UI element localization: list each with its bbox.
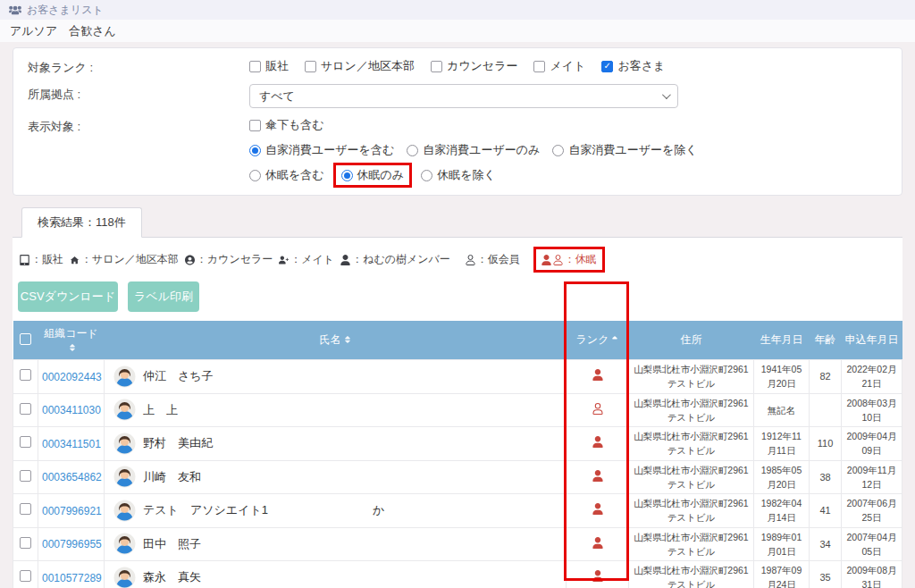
red-annotation-box: 休眠のみ: [333, 163, 413, 188]
dormant-radio[interactable]: 休眠を除く: [421, 167, 496, 183]
column-header-rank[interactable]: ランク: [567, 321, 629, 360]
option-label: カウンセラー: [447, 58, 518, 74]
dormant-radio[interactable]: 休眠のみ: [341, 167, 405, 183]
option-label: 休眠のみ: [357, 167, 405, 183]
sort-icon: [344, 335, 351, 344]
org-code-link[interactable]: 0003654862: [42, 471, 102, 483]
birth-date: 1985年05月20日: [754, 460, 810, 494]
checkbox-icon: [249, 120, 261, 131]
rank-option-checkbox[interactable]: 販社: [249, 58, 289, 74]
user-icon: [541, 255, 551, 265]
results-panel: ：販社：サロン／地区本部：カウンセラー：メイト：ねむの樹メンバー：仮会員：休眠 …: [13, 238, 902, 588]
customer-name: テスト アソシエイト1: [143, 502, 268, 518]
rank-option-checkbox[interactable]: お客さま: [601, 58, 665, 74]
tab-search-results[interactable]: 検索結果：118件: [21, 207, 142, 238]
dormant-radio[interactable]: 休眠を含む: [249, 167, 324, 183]
base-select[interactable]: すべて: [249, 84, 678, 108]
csv-download-button[interactable]: CSVダウンロード: [18, 281, 118, 312]
option-label: 自家消費ユーザーを除く: [568, 142, 697, 158]
org-code-link[interactable]: 0007996921: [42, 505, 102, 517]
row-checkbox[interactable]: [20, 570, 31, 582]
legend-item: ：メイト: [279, 252, 334, 267]
column-header-name[interactable]: 氏名: [105, 321, 567, 360]
label-print-button[interactable]: ラベル印刷: [128, 281, 199, 312]
legend-item: ：カウンセラー: [185, 252, 273, 267]
column-header-code[interactable]: 組織コード: [38, 321, 105, 360]
legend-label: ：休眠: [565, 252, 597, 267]
table-row: 0007996955田中 照子山梨県北杜市小淵沢町2961 テストビル1989年…: [13, 527, 902, 561]
column-header-applied: 申込年月日: [842, 321, 902, 360]
row-checkbox[interactable]: [20, 369, 31, 381]
rank-option-checkbox[interactable]: カウンセラー: [431, 58, 518, 74]
umbrella-checkbox[interactable]: 傘下も含む: [249, 117, 324, 133]
org-code-link[interactable]: 0002092443: [42, 371, 102, 383]
legend-label: ：メイト: [290, 252, 334, 267]
rank-filter-label: 対象ランク :: [28, 57, 249, 76]
chevron-down-icon: [662, 90, 671, 99]
avatar: [113, 567, 136, 588]
avatar: [113, 533, 136, 555]
radio-icon: [249, 170, 261, 181]
age: 38: [810, 460, 842, 494]
dormant-member-icon: [592, 369, 603, 381]
address: 山梨県北杜市小淵沢町2961 テストビル: [629, 561, 754, 588]
age: 82: [810, 360, 842, 394]
org-code-link[interactable]: 0010577289: [42, 572, 102, 584]
applied-date: 2022年02月21日: [842, 360, 902, 394]
column-label: 申込年月日: [845, 333, 899, 346]
rank-options: 販社サロン／地区本部カウンセラーメイトお客さま: [249, 57, 887, 75]
consumption-radio[interactable]: 自家消費ユーザーのみ: [407, 142, 540, 158]
row-checkbox[interactable]: [20, 537, 31, 549]
customer-name: 田中 照子: [143, 536, 201, 552]
radio-icon: [407, 145, 418, 156]
birth-date: 1941年05月20日: [754, 360, 810, 394]
address: 山梨県北杜市小淵沢町2961 テストビル: [629, 460, 754, 494]
age: 35: [810, 561, 842, 588]
user-circle-icon: [185, 255, 195, 265]
applied-date: 2009年04月09日: [842, 427, 902, 461]
row-checkbox[interactable]: [20, 503, 31, 515]
radio-icon: [421, 170, 432, 181]
dormant-provisional-icon: [592, 403, 603, 415]
customer-name: 川崎 友和: [143, 469, 201, 485]
org-code-link[interactable]: 0003411501: [42, 438, 101, 450]
legend-item-dormant: ：休眠: [533, 247, 605, 273]
row-checkbox[interactable]: [20, 436, 31, 448]
radio-icon: [249, 145, 261, 156]
sort-icon: [69, 343, 76, 352]
radio-icon: [341, 170, 353, 181]
birth-date: 無記名: [754, 393, 810, 427]
row-checkbox[interactable]: [20, 403, 31, 415]
applied-date: 2008年03月10日: [842, 393, 902, 427]
rank-option-checkbox[interactable]: メイト: [533, 58, 585, 74]
dormant-member-icon: [592, 570, 603, 582]
customer-name: 仲江 さち子: [143, 368, 214, 384]
address: 山梨県北杜市小淵沢町2961 テストビル: [629, 527, 754, 561]
table-body: 0002092443仲江 さち子山梨県北杜市小淵沢町2961 テストビル1941…: [13, 360, 902, 588]
user-outline-icon: [466, 255, 475, 265]
birth-date: 1987年09月24日: [754, 561, 810, 588]
column-label: 生年月日: [760, 333, 803, 346]
option-label: 自家消費ユーザーのみ: [423, 142, 540, 158]
org-code-link[interactable]: 0007996955: [42, 538, 102, 550]
customer-name: 上 上: [143, 402, 178, 418]
row-checkbox[interactable]: [20, 470, 31, 482]
select-all-checkbox[interactable]: [20, 333, 31, 345]
legend-label: ：ねむの樹メンバー: [352, 252, 450, 267]
page-title: お客さまリスト: [27, 3, 104, 18]
birth-date: 1912年11月11日: [754, 427, 810, 461]
org-code-link[interactable]: 0003411030: [42, 404, 101, 416]
consumption-radio[interactable]: 自家消費ユーザーを除く: [552, 142, 697, 158]
consumption-radio[interactable]: 自家消費ユーザーを含む: [249, 142, 394, 158]
table-row: 0003654862川崎 友和山梨県北杜市小淵沢町2961 テストビル1985年…: [13, 460, 902, 494]
address: 山梨県北杜市小淵沢町2961 テストビル: [629, 494, 754, 528]
umbrella-option-line: 傘下も含む: [249, 116, 887, 134]
column-label: 住所: [681, 333, 702, 346]
tablet-icon: [20, 255, 29, 265]
column-label: 組織コード: [44, 327, 98, 340]
results-table: 組織コード氏名ランク住所生年月日年齢申込年月日 0002092443仲江 さち子…: [13, 321, 902, 588]
legend-label: ：サロン／地区本部: [81, 252, 179, 267]
dormant-member-icon: [592, 537, 603, 549]
table-row: 0003411501野村 美由紀山梨県北杜市小淵沢町2961 テストビル1912…: [13, 427, 902, 461]
rank-option-checkbox[interactable]: サロン／地区本部: [305, 58, 415, 74]
